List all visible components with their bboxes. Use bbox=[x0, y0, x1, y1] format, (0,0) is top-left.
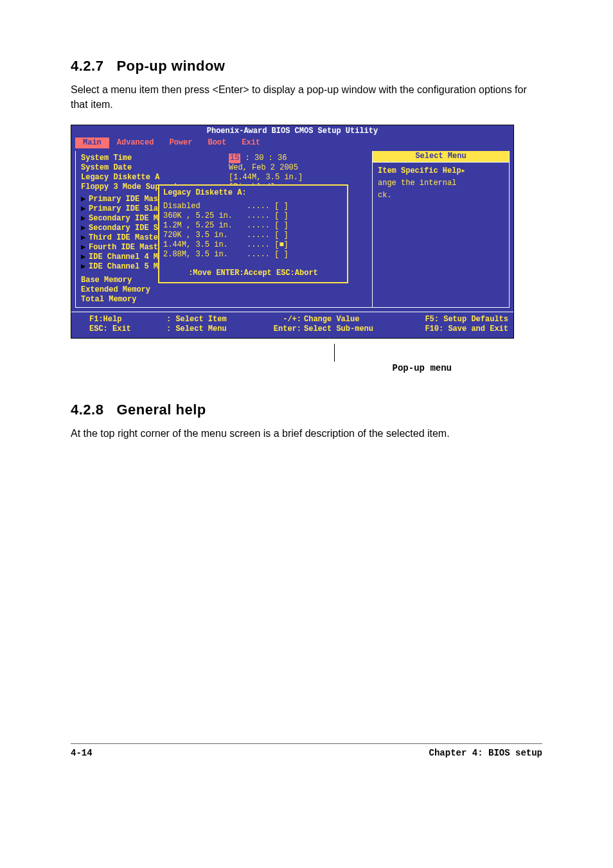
bios-title: Phoenix-Award BIOS CMOS Setup Utility bbox=[71, 125, 513, 137]
popup-option[interactable]: 1.44M, 3.5 in...... [■] bbox=[163, 240, 343, 250]
bios-help-pane: Select Menu Item Specific Help▸ ange the… bbox=[373, 151, 510, 308]
legacy-diskette-a-row[interactable]: Legacy Diskette A [1.44M, 3.5 in.] bbox=[81, 173, 367, 182]
bios-screenshot: Phoenix-Award BIOS CMOS Setup Utility Ma… bbox=[71, 125, 542, 373]
tab-boot[interactable]: Boot bbox=[200, 137, 234, 148]
bios-tab-bar: Main Advanced Power Boot Exit bbox=[71, 137, 513, 148]
section-heading: 4.2.7Pop-up window bbox=[71, 58, 542, 75]
popup-option[interactable]: 1.2M , 5.25 in...... [ ] bbox=[163, 221, 343, 231]
tab-power[interactable]: Power bbox=[161, 137, 200, 148]
field-label: System Time bbox=[81, 154, 229, 163]
bios-main-pane: System Time 15 : 30 : 36 System Date Wed… bbox=[75, 151, 373, 308]
triangle-icon: ▶ bbox=[81, 252, 89, 262]
hotkey-esc: ESC: Exit bbox=[89, 324, 166, 334]
field-label: Legacy Diskette A bbox=[81, 173, 229, 182]
section-number: 4.2.7 bbox=[71, 58, 103, 75]
hotkey-f1: F1:Help bbox=[89, 315, 166, 324]
section-title: Pop-up window bbox=[116, 58, 225, 74]
hotkey-sel-menu: : Select Menu bbox=[166, 324, 263, 334]
field-value-highlight: 15 bbox=[229, 154, 240, 163]
tab-exit[interactable]: Exit bbox=[234, 137, 268, 148]
tab-main[interactable]: Main bbox=[75, 137, 109, 148]
callout: Pop-up menu bbox=[71, 344, 542, 373]
extended-memory-label: Extended Memory bbox=[81, 285, 229, 295]
help-text-line: ange the internal bbox=[378, 179, 504, 188]
triangle-icon: ▶ bbox=[81, 204, 89, 214]
popup-title: Legacy Diskette A: bbox=[163, 188, 343, 198]
callout-label: Pop-up menu bbox=[393, 363, 452, 373]
section-body: Select a menu item then press <Enter> to… bbox=[71, 82, 542, 112]
hotkey-select-sub: Select Sub-menu bbox=[304, 324, 407, 334]
field-value: [1.44M, 3.5 in.] bbox=[229, 173, 303, 182]
hotkey-plusminus: -/+: bbox=[263, 315, 304, 324]
select-menu-title: Select Menu bbox=[373, 151, 509, 163]
field-value: : 30 : 36 bbox=[240, 154, 287, 163]
section-heading: 4.2.8General help bbox=[71, 402, 542, 418]
system-time-row[interactable]: System Time 15 : 30 : 36 bbox=[81, 154, 367, 163]
field-value: Wed, Feb 2 2005 bbox=[229, 163, 298, 173]
bios-hotkey-bar: F1:Help : Select Item -/+: Change Value … bbox=[71, 312, 513, 338]
popup-option[interactable]: Disabled..... [ ] bbox=[163, 202, 343, 211]
triangle-icon: ▶ bbox=[81, 195, 89, 204]
total-memory-label: Total Memory bbox=[81, 295, 229, 305]
callout-line-icon bbox=[334, 344, 335, 362]
triangle-icon: ▶ bbox=[81, 233, 89, 243]
popup-footer: :Move ENTER:Accept ESC:Abort bbox=[163, 269, 343, 278]
section-number: 4.2.8 bbox=[71, 402, 103, 418]
hotkey-change-value: Change Value bbox=[304, 315, 407, 324]
triangle-icon: ▶ bbox=[81, 243, 89, 252]
triangle-icon: ▶ bbox=[81, 214, 89, 224]
popup-window: Legacy Diskette A: Disabled..... [ ] 360… bbox=[158, 184, 348, 283]
help-heading: Item Specific Help▸ bbox=[378, 166, 504, 176]
hotkey-f10: F10: Save and Exit bbox=[407, 324, 508, 334]
popup-option[interactable]: 720K , 3.5 in...... [ ] bbox=[163, 231, 343, 240]
section-title: General help bbox=[116, 402, 206, 418]
tab-advanced[interactable]: Advanced bbox=[109, 137, 162, 148]
system-date-row[interactable]: System Date Wed, Feb 2 2005 bbox=[81, 163, 367, 173]
chapter-title: Chapter 4: BIOS setup bbox=[429, 748, 542, 758]
popup-option[interactable]: 360K , 5.25 in...... [ ] bbox=[163, 211, 343, 221]
page-footer: 4-14 Chapter 4: BIOS setup bbox=[71, 743, 542, 758]
triangle-icon: ▶ bbox=[81, 262, 89, 272]
hotkey-sel-item: : Select Item bbox=[166, 315, 263, 324]
help-text-line: ck. bbox=[378, 191, 504, 200]
field-label: System Date bbox=[81, 163, 229, 173]
triangle-icon: ▶ bbox=[81, 224, 89, 233]
page-number: 4-14 bbox=[71, 748, 93, 758]
hotkey-enter: Enter: bbox=[263, 324, 304, 334]
popup-option[interactable]: 2.88M, 3.5 in...... [ ] bbox=[163, 250, 343, 260]
hotkey-f5: F5: Setup Defaults bbox=[407, 315, 508, 324]
section-body: At the top right corner of the menu scre… bbox=[71, 426, 542, 441]
